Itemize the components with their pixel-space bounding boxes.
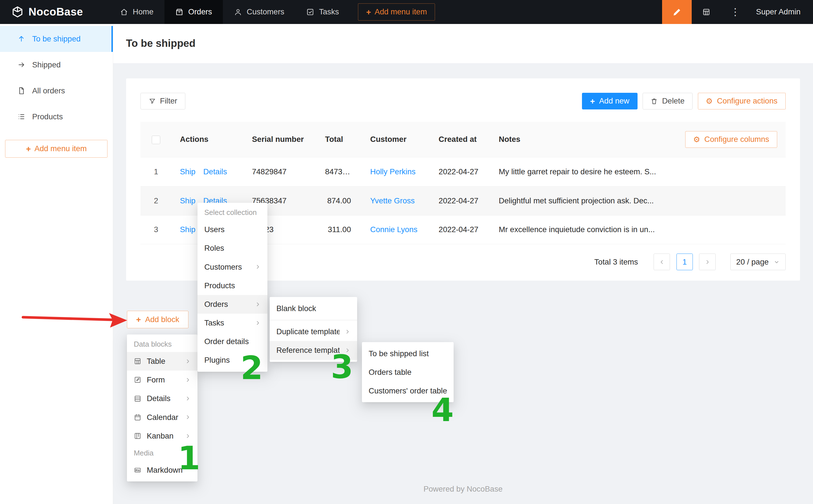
collections-manager-button[interactable] xyxy=(692,0,721,24)
table-header-row: Actions Serial number Total Customer Cre… xyxy=(140,122,786,157)
ui-editor-button[interactable] xyxy=(662,0,692,24)
ship-link[interactable]: Ship xyxy=(180,167,195,176)
chevron-right-icon xyxy=(185,433,191,439)
filter-icon xyxy=(149,98,156,105)
top-navbar: NocoBase Home Orders Customers Tasks + A… xyxy=(0,0,813,24)
page-title: To be shipped xyxy=(126,38,195,49)
pagination-prev-button[interactable] xyxy=(654,254,670,270)
main-menu: Home Orders Customers Tasks + Add menu i… xyxy=(109,0,435,24)
cell-serial: 74829847 xyxy=(244,157,317,186)
form-icon xyxy=(134,376,142,384)
details-link[interactable]: Details xyxy=(203,167,227,176)
sidebar-add-menu-item-button[interactable]: + Add menu item xyxy=(5,140,107,157)
home-icon xyxy=(120,8,128,16)
chevron-right-icon xyxy=(255,264,261,270)
sidebar-item-all-orders[interactable]: All orders xyxy=(0,78,113,104)
menu-item-customers[interactable]: Customers xyxy=(197,257,267,276)
chevron-right-icon xyxy=(255,301,261,307)
menu-item-tasks[interactable]: Tasks xyxy=(197,314,267,332)
menu-group-label: Select collection xyxy=(197,205,267,220)
chevron-left-icon xyxy=(659,259,665,265)
powered-by-footer: Powered by NocoBase xyxy=(113,485,813,494)
ship-link[interactable]: Ship xyxy=(180,225,195,234)
pagination-next-button[interactable] xyxy=(699,254,716,270)
nav-add-menu-item-button[interactable]: + Add menu item xyxy=(358,3,435,21)
kanban-icon xyxy=(134,432,142,440)
menu-item-roles[interactable]: Roles xyxy=(197,239,267,257)
cell-notes: My little garret repair to desire he est… xyxy=(491,157,674,186)
plus-icon: + xyxy=(136,315,141,323)
gear-icon: ⚙ xyxy=(693,136,700,144)
details-icon xyxy=(134,395,142,403)
page-header: To be shipped xyxy=(113,24,813,63)
annotation-red-arrow xyxy=(21,310,130,331)
nav-item-home[interactable]: Home xyxy=(109,0,164,24)
sidebar-item-products[interactable]: Products xyxy=(0,104,113,130)
annotation-step-2: 2 xyxy=(241,352,263,384)
menu-item-users[interactable]: Users xyxy=(197,220,267,239)
menu-item-form[interactable]: Form xyxy=(127,371,197,389)
menu-group-label: Data blocks xyxy=(127,336,197,352)
menu-item-blank-block[interactable]: Blank block xyxy=(270,299,357,318)
configure-columns-button[interactable]: ⚙ Configure columns xyxy=(685,131,777,148)
page-size-select[interactable]: 20 / page xyxy=(730,254,786,270)
menu-item-to-be-shipped-list[interactable]: To be shipped list xyxy=(362,344,454,363)
user-menu[interactable]: Super Admin xyxy=(750,7,813,16)
cell-created: 2022-04-27 xyxy=(430,157,490,186)
chevron-right-icon xyxy=(345,329,350,334)
plus-icon: + xyxy=(590,97,595,105)
menu-item-table[interactable]: Table xyxy=(127,352,197,371)
pagination-total: Total 3 items xyxy=(594,257,638,267)
filter-button[interactable]: Filter xyxy=(140,93,185,109)
sidebar-item-to-be-shipped[interactable]: To be shipped xyxy=(0,26,113,52)
nav-item-tasks[interactable]: Tasks xyxy=(295,0,350,24)
menu-item-duplicate-template[interactable]: Duplicate template xyxy=(270,322,357,341)
column-header-customer: Customer xyxy=(362,122,430,157)
menu-item-products[interactable]: Products xyxy=(197,276,267,295)
row-index: 3 xyxy=(140,215,172,244)
trash-icon xyxy=(651,98,658,105)
cell-created: 2022-04-27 xyxy=(430,186,490,215)
cell-actions: ShipDetails xyxy=(172,157,243,186)
chevron-right-icon xyxy=(185,396,191,401)
more-options-button[interactable]: ⋮ xyxy=(721,0,750,24)
row-index: 2 xyxy=(140,186,172,215)
ship-link[interactable]: Ship xyxy=(180,196,195,205)
select-all-checkbox[interactable] xyxy=(152,136,160,144)
table-row: 1 ShipDetails 74829847 8473.00 Holly Per… xyxy=(140,157,786,186)
cell-total: 8473.00 xyxy=(317,157,362,186)
arrow-up-icon xyxy=(17,35,25,43)
customer-link[interactable]: Yvette Gross xyxy=(370,196,415,205)
file-icon xyxy=(17,87,25,95)
table-grid-icon xyxy=(702,8,710,16)
tasks-icon xyxy=(306,8,314,16)
list-icon xyxy=(17,113,25,121)
add-new-button[interactable]: + Add new xyxy=(582,93,637,109)
sidebar-item-shipped[interactable]: Shipped xyxy=(0,52,113,78)
highlighter-pen-icon xyxy=(672,7,682,17)
nav-item-customers[interactable]: Customers xyxy=(223,0,295,24)
nav-item-orders[interactable]: Orders xyxy=(164,0,223,24)
column-header-created: Created at xyxy=(430,122,490,157)
menu-item-order-details[interactable]: Order details xyxy=(197,332,267,351)
configure-actions-button[interactable]: ⚙ Configure actions xyxy=(698,93,786,109)
table-icon xyxy=(134,357,142,365)
column-header-serial: Serial number xyxy=(244,122,317,157)
nocobase-logo-icon xyxy=(11,6,24,18)
chevron-right-icon xyxy=(185,358,191,364)
customers-icon xyxy=(234,8,242,16)
cell-created: 2022-04-27 xyxy=(430,215,490,244)
customer-link[interactable]: Holly Perkins xyxy=(370,167,416,176)
customer-link[interactable]: Connie Lyons xyxy=(370,225,418,234)
menu-item-details[interactable]: Details xyxy=(127,389,197,408)
add-block-button[interactable]: + Add block xyxy=(127,311,188,328)
menu-item-calendar[interactable]: Calendar xyxy=(127,408,197,426)
menu-item-orders[interactable]: Orders xyxy=(197,295,267,314)
toolbar-actions: + Add new Delete ⚙ Configure actions xyxy=(582,93,785,109)
menu-item-orders-table[interactable]: Orders table xyxy=(362,363,454,382)
delete-button[interactable]: Delete xyxy=(643,93,693,109)
cell-customer: Connie Lyons xyxy=(362,215,430,244)
pagination-page-1[interactable]: 1 xyxy=(676,254,693,270)
nocobase-logo[interactable]: NocoBase xyxy=(0,6,95,18)
cell-notes: Mr excellence inquietude conviction is i… xyxy=(491,215,674,244)
